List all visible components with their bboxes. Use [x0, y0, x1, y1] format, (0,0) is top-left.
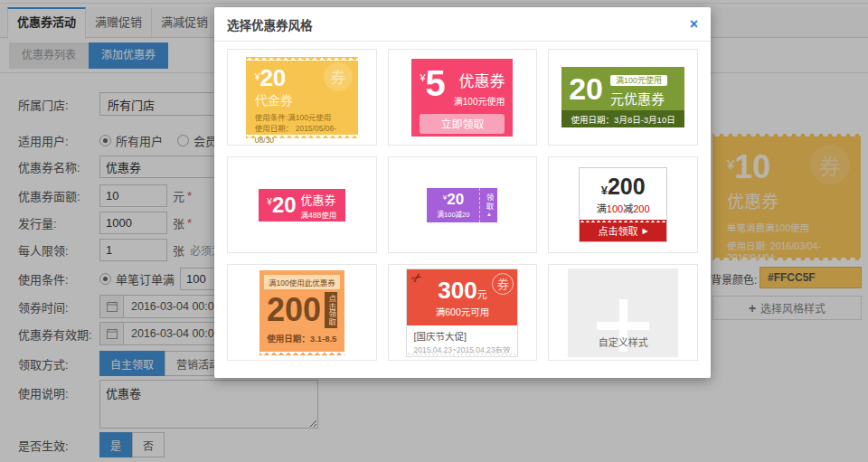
promo-tag: [国庆节大促] [413, 329, 511, 343]
condition-text: 满 [597, 203, 607, 214]
coupon-type-label: 元优惠券 [610, 89, 667, 108]
coupon-red-ticket: ✂ 券 300元 满600元可用 [国庆节大促] 2015.04.23~2015… [406, 269, 518, 357]
zigzag-edge [246, 57, 358, 61]
coupon-ribbon-pink: ¥20 优惠券 满488使用 [259, 189, 345, 222]
coupon-green: 20 满100元使用 元优惠券 使用日期：3月8日-3月10日 [561, 67, 684, 127]
amount-value: 5 [426, 63, 446, 103]
claim-tab[interactable]: 领取 ▲ [479, 188, 497, 222]
coupon-amount: ¥200 [580, 168, 666, 200]
coupon-info: 优惠券 满488使用 [301, 191, 337, 220]
coupon-style-cell-2[interactable]: ¥5 优惠券 满100元使用 立即领取 [388, 49, 538, 146]
coupon-amount: ¥20 [267, 193, 296, 218]
zigzag-edge [246, 135, 358, 138]
coupon-condition: 满488使用 [301, 209, 337, 220]
coupon-body: ¥20 满100减20 [427, 188, 479, 222]
condition-text: 减 [623, 203, 633, 214]
close-icon[interactable]: × [690, 17, 698, 32]
coupon-date: 使用日期：3月8日-3月10日 [561, 110, 684, 127]
arrow-up-icon: ▲ [486, 212, 492, 217]
coupon-style-cell-5[interactable]: ¥20 满100减20 领取 ▲ [388, 156, 538, 253]
coupon-condition: 使用条件:满100元使用 [255, 112, 349, 124]
amount-value: 20 [259, 64, 286, 91]
modal-header: 选择优惠券风格 × [214, 7, 711, 42]
custom-style-label: 自定义样式 [568, 335, 678, 349]
coupon-style-modal: 选择优惠券风格 × ¥20 代金券 使用条件:满100元使用 使用日期： 201… [214, 7, 711, 378]
coupon-info: 优惠券 满100元使用 [454, 66, 505, 108]
coupon-body: ¥5 优惠券 满100元使用 [420, 66, 505, 108]
coupon-pink: ¥5 优惠券 满100元使用 立即领取 [411, 59, 513, 137]
coupon-condition: 满100使用此优惠券 [264, 275, 340, 289]
coupon-watermark: 券 [324, 62, 353, 91]
coupon-type-label: 优惠券 [301, 191, 337, 208]
arrow-right-icon: ▶ [643, 227, 648, 235]
coupon-info: [国庆节大促] 2015.04.23~2015.04.23有效 [407, 325, 517, 354]
coupon-style-cell-8[interactable]: ✂ 券 300元 满600元可用 [国庆节大促] 2015.04.23~2015… [388, 264, 538, 361]
coupon-date: 使用日期：3.1-8.5 [264, 332, 340, 344]
coupon-body: 20 满100元使用 元优惠券 [561, 67, 684, 110]
modal-title: 选择优惠券风格 [227, 15, 313, 33]
amount-value: 20 [447, 191, 464, 208]
claim-label: 点击领取 [599, 223, 638, 238]
coupon-amount: ¥5 [420, 66, 445, 108]
amount-value: 20 [272, 193, 297, 217]
claim-label: 领取 [484, 193, 495, 211]
amount-value: 200 [267, 294, 321, 326]
coupon-style-cell-3[interactable]: 20 满100元使用 元优惠券 使用日期：3月8日-3月10日 [548, 49, 698, 146]
zigzag-edge [580, 220, 666, 222]
amount-unit: 元 [477, 289, 487, 300]
condition-number: 100 [607, 203, 623, 214]
coupon-condition: 满100元使用 [454, 94, 505, 108]
coupon-body: 200 点击领取 [264, 292, 340, 328]
coupon-style-cell-9[interactable]: 自定义样式 [548, 264, 698, 361]
coupon-condition: 满100元使用 [610, 75, 667, 86]
custom-style-tile: 自定义样式 [568, 269, 678, 357]
condition-number: 200 [633, 203, 649, 214]
coupon-amount: ¥20 [427, 191, 479, 209]
coupon-style-grid: ¥20 代金券 使用条件:满100元使用 使用日期： 2015/05/06-08… [214, 42, 711, 368]
coupon-style-cell-6[interactable]: ¥200 满100减200 点击领取 ▶ [548, 156, 698, 253]
click-claim-button[interactable]: 点击领取 [325, 292, 337, 328]
amount-value: 200 [608, 174, 646, 199]
amount-value: 20 [569, 73, 603, 104]
coupon-condition: 满600元可用 [407, 305, 517, 318]
coupon-body: ✂ 券 300元 满600元可用 [407, 269, 517, 325]
coupon-style-cell-4[interactable]: ¥20 优惠券 满488使用 [227, 156, 377, 253]
scallop-edge [407, 353, 517, 357]
coupon-style-cell-1[interactable]: ¥20 代金券 使用条件:满100元使用 使用日期： 2015/05/06-08… [227, 49, 377, 146]
coupon-type-label: 代金券 [255, 90, 349, 108]
coupon-purple: ¥20 满100减20 领取 ▲ [427, 188, 497, 222]
zigzag-edge [259, 352, 344, 355]
claim-now-button[interactable]: 立即领取 [420, 114, 505, 134]
coupon-condition: 满100减200 [580, 201, 666, 215]
coupon-white-red: ¥200 满100减200 点击领取 ▶ [579, 167, 667, 242]
coupon-info: 满100元使用 元优惠券 [610, 71, 667, 108]
click-claim-button[interactable]: 点击领取 ▶ [580, 220, 666, 241]
coupon-style-cell-7[interactable]: 满100使用此优惠券 200 点击领取 使用日期：3.1-8.5 [227, 264, 377, 361]
amount-value: 300 [438, 277, 476, 304]
coupon-condition: 满100减20 [427, 209, 479, 219]
coupon-watermark: 券 [492, 273, 514, 295]
coupon-type-label: 优惠券 [454, 69, 505, 91]
coupon-orange: 满100使用此优惠券 200 点击领取 使用日期：3.1-8.5 [259, 270, 344, 355]
currency-symbol: ¥ [601, 184, 608, 197]
coupon-gold: ¥20 代金券 使用条件:满100元使用 使用日期： 2015/05/06-08… [246, 57, 358, 138]
